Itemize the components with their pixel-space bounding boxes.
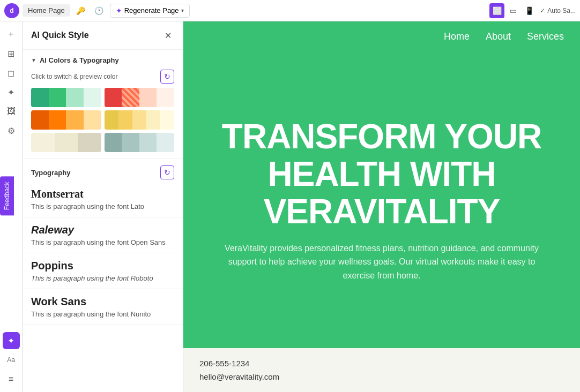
tablet-device-btn[interactable]: ▭ — [505, 3, 520, 18]
typo-item-montserrat[interactable]: Montserrat This is paragraph using the f… — [23, 182, 183, 217]
footer-phone: 206-555-1234 — [199, 359, 564, 368]
typography-section: Typography ↻ Montserrat This is paragrap… — [23, 159, 183, 325]
desktop-device-btn[interactable]: ⬜ — [489, 3, 504, 18]
font-para-poppins: This is paragraph using the font Roboto — [31, 274, 174, 282]
nav-services[interactable]: Services — [527, 31, 564, 42]
color-swatch-red[interactable] — [105, 88, 175, 107]
canvas-area: Home About Services TRANSFORM YOUR HEALT… — [183, 21, 580, 392]
panel-header: AI Quick Style ✕ — [23, 21, 183, 50]
color-hint: Click to switch & preview color — [31, 73, 117, 80]
paint-icon[interactable]: ✦ — [3, 84, 20, 101]
key-icon[interactable]: 🔑 — [73, 3, 88, 18]
history-icon[interactable]: 🕐 — [92, 3, 107, 18]
color-swatch-orange[interactable] — [31, 110, 101, 130]
autosave-indicator: ✓ Auto Sa... — [540, 7, 576, 14]
colors-refresh-button[interactable]: ↻ — [160, 70, 174, 84]
color-swatch-teal[interactable] — [105, 133, 175, 152]
font-name-poppins: Poppins — [31, 260, 174, 272]
colors-section-header[interactable]: ▼ AI Colors & Typography — [31, 56, 174, 64]
font-name-work-sans: Work Sans — [31, 296, 174, 308]
font-name-raleway: Raleway — [31, 224, 174, 236]
color-swatch-yellow[interactable] — [105, 110, 175, 130]
list-icon[interactable]: ≡ — [3, 371, 20, 388]
typography-label: Typography — [31, 169, 70, 177]
color-swatches-grid — [31, 88, 174, 152]
website-preview: Home About Services TRANSFORM YOUR HEALT… — [183, 21, 580, 392]
font-para-work-sans: This is paragraph using the font Nunito — [31, 310, 174, 318]
site-nav: Home About Services — [183, 21, 580, 52]
nav-about[interactable]: About — [486, 31, 511, 42]
typography-section-header: Typography ↻ — [23, 159, 183, 182]
ai-quick-style-panel: AI Quick Style ✕ ▼ AI Colors & Typograph… — [23, 21, 183, 392]
panel-close-button[interactable]: ✕ — [161, 29, 174, 42]
toolbar: d Home Page 🔑 🕐 ✦ Regenerate Page ▾ ⬜ ▭ … — [0, 0, 580, 21]
section-arrow-icon: ▼ — [31, 57, 36, 63]
hero-subtitle: VeraVitality provides personalized fitne… — [221, 242, 542, 283]
mobile-device-btn[interactable]: 📱 — [522, 3, 537, 18]
add-icon[interactable]: + — [3, 26, 20, 43]
ai-quick-style-icon[interactable]: ✦ — [3, 332, 20, 349]
grid-icon[interactable]: ⊞ — [3, 45, 20, 62]
colors-section: ▼ AI Colors & Typography Click to switch… — [23, 50, 183, 159]
panel-title: AI Quick Style — [31, 31, 89, 40]
typo-item-raleway[interactable]: Raleway This is paragraph using the font… — [23, 217, 183, 253]
page-icon[interactable]: ◻ — [3, 64, 20, 81]
home-page-tab[interactable]: Home Page — [23, 4, 70, 17]
color-swatch-cream[interactable] — [31, 133, 101, 152]
hero-title: TRANSFORM YOUR HEALTH WITH VERAVITALITY — [194, 118, 569, 231]
nav-home[interactable]: Home — [444, 31, 470, 42]
app-logo[interactable]: d — [4, 3, 19, 18]
footer-section: 206-555-1234 hello@veravitality.com — [183, 348, 580, 392]
color-swatch-green[interactable] — [31, 88, 101, 107]
chevron-down-icon: ▾ — [181, 7, 184, 13]
image-icon[interactable]: 🖼 — [3, 103, 20, 120]
font-para-montserrat: This is paragraph using the font Lato — [31, 202, 174, 210]
text-style-icon[interactable]: Aa — [3, 351, 20, 368]
colors-section-label: AI Colors & Typography — [40, 56, 119, 64]
typo-item-work-sans[interactable]: Work Sans This is paragraph using the fo… — [23, 289, 183, 325]
hero-section: TRANSFORM YOUR HEALTH WITH VERAVITALITY … — [183, 52, 580, 348]
check-icon: ✓ — [540, 7, 545, 14]
settings-icon[interactable]: ⚙ — [3, 122, 20, 139]
regen-icon: ✦ — [116, 6, 122, 15]
font-para-raleway: This is paragraph using the font Open Sa… — [31, 238, 174, 246]
typo-item-poppins[interactable]: Poppins This is paragraph using the font… — [23, 253, 183, 289]
footer-email: hello@veravitality.com — [199, 372, 564, 381]
typography-refresh-button[interactable]: ↻ — [160, 165, 174, 179]
device-switcher: ⬜ ▭ 📱 — [489, 3, 537, 18]
typography-list: Montserrat This is paragraph using the f… — [23, 182, 183, 325]
font-name-montserrat: Montserrat — [31, 188, 174, 200]
color-controls: Click to switch & preview color ↻ — [31, 70, 174, 84]
main-layout: + ⊞ ◻ ✦ 🖼 ⚙ ✦ Aa ≡ AI Quick Style ✕ ▼ AI… — [0, 21, 580, 392]
regenerate-button[interactable]: ✦ Regenerate Page ▾ — [110, 4, 190, 18]
feedback-tab[interactable]: Feedback — [0, 177, 14, 216]
